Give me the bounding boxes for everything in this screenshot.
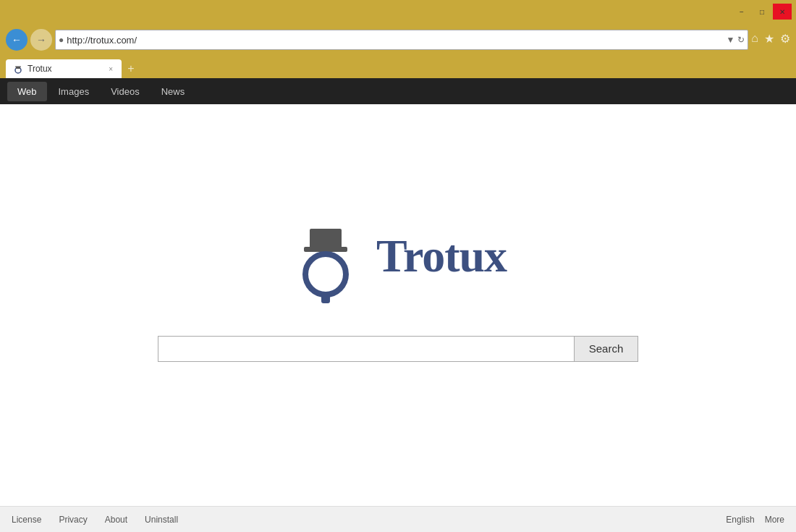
browser-tab[interactable]: Trotux × <box>6 59 122 78</box>
maximize-button[interactable]: □ <box>753 4 771 20</box>
address-lock-icon: ● <box>59 35 64 45</box>
address-bar-area: ← → ● ▼ ↻ ⌂ ★ ⚙ <box>0 23 796 56</box>
home-icon[interactable]: ⌂ <box>751 32 758 45</box>
window-controls: − □ ✕ <box>732 4 792 20</box>
logo-area: Trotux <box>289 206 507 307</box>
svg-rect-2 <box>15 67 21 67</box>
footer: License Privacy About Uninstall English … <box>0 506 796 532</box>
settings-icon[interactable]: ⚙ <box>780 32 790 46</box>
svg-rect-3 <box>310 229 342 249</box>
forward-button[interactable]: → <box>30 29 52 51</box>
nav-tab-images[interactable]: Images <box>48 82 100 101</box>
footer-more-button[interactable]: More <box>765 515 784 525</box>
svg-rect-6 <box>321 292 330 303</box>
address-input[interactable] <box>67 35 723 46</box>
svg-point-5 <box>305 254 346 295</box>
nav-tab-videos[interactable]: Videos <box>101 82 150 101</box>
refresh-button[interactable]: ↻ <box>737 35 745 45</box>
tab-bar: Trotux × + <box>0 56 796 78</box>
footer-language: English <box>726 515 754 525</box>
toolbar-icons: ⌂ ★ ⚙ <box>751 32 790 48</box>
logo-text: Trotux <box>376 229 507 283</box>
tab-close-button[interactable]: × <box>107 64 114 75</box>
close-button[interactable]: ✕ <box>773 4 792 20</box>
back-button[interactable]: ← <box>6 29 27 51</box>
browser-content: Trotux Search <box>0 104 796 506</box>
title-bar: − □ ✕ <box>0 0 796 23</box>
minimize-button[interactable]: − <box>732 4 751 20</box>
favorites-icon[interactable]: ★ <box>764 32 774 46</box>
logo-svg <box>289 206 362 307</box>
address-search-button[interactable]: ▼ <box>726 35 734 45</box>
address-bar-container: ● ▼ ↻ <box>55 30 748 50</box>
nav-tab-web[interactable]: Web <box>7 82 47 101</box>
new-tab-button[interactable]: + <box>122 59 140 78</box>
search-button[interactable]: Search <box>574 336 639 362</box>
nav-tabs: Web Images Videos News <box>0 78 796 104</box>
footer-right: English More <box>726 515 784 525</box>
svg-rect-4 <box>304 247 347 252</box>
nav-tab-news[interactable]: News <box>151 82 195 101</box>
search-input[interactable] <box>158 336 574 362</box>
footer-link-uninstall[interactable]: Uninstall <box>145 515 178 525</box>
search-area: Search <box>158 336 639 362</box>
tab-label: Trotux <box>27 64 52 74</box>
footer-link-about[interactable]: About <box>105 515 127 525</box>
footer-links: License Privacy About Uninstall <box>12 515 178 525</box>
tab-favicon <box>13 64 23 74</box>
footer-link-privacy[interactable]: Privacy <box>59 515 87 525</box>
footer-link-license[interactable]: License <box>12 515 41 525</box>
